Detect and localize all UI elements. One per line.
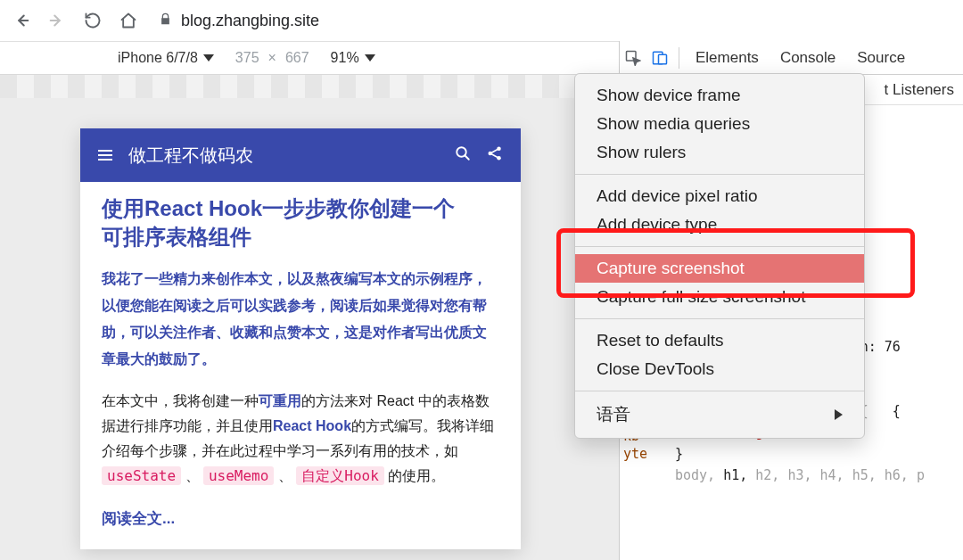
- home-button[interactable]: [118, 10, 139, 31]
- post-body: 在本文中，我将创建一种可重用的方法来对 React 中的表格数据进行排序功能，并…: [102, 389, 499, 489]
- post-intro: 我花了一些精力来创作本文，以及熬夜编写本文的示例程序，以便您能在阅读之后可以实践…: [102, 266, 499, 373]
- menu-show-media-queries[interactable]: Show media queries: [575, 110, 864, 138]
- menu-capture-screenshot[interactable]: Capture screenshot: [575, 254, 864, 283]
- inspect-element-button[interactable]: [620, 50, 646, 66]
- back-button[interactable]: [11, 10, 32, 31]
- device-viewport: 做工程不做码农 使用React Hook一步步教你创建一个 可排序表格组件 我花…: [0, 75, 619, 560]
- device-toolbar-menu: Show device frame Show media queries Sho…: [574, 73, 865, 439]
- lock-icon: [159, 12, 172, 29]
- post-title: 使用React Hook一步步教你创建一个 可排序表格组件: [102, 194, 499, 251]
- chevron-down-icon: [203, 54, 214, 62]
- menu-reset-to-defaults[interactable]: Reset to defaults: [575, 326, 864, 355]
- reload-button[interactable]: [82, 10, 103, 31]
- menu-voice[interactable]: 语音: [575, 399, 864, 431]
- menu-add-device-type[interactable]: Add device type: [575, 210, 864, 239]
- url-text: blog.zhangbing.site: [181, 12, 319, 30]
- forward-button[interactable]: [46, 10, 68, 31]
- devtools-tabbar: Elements Console Source: [620, 41, 963, 75]
- submenu-arrow-icon: [835, 405, 843, 424]
- viewport-ruler: [0, 75, 619, 98]
- device-label: iPhone 6/7/8: [118, 50, 198, 66]
- site-title: 做工程不做码农: [128, 144, 439, 168]
- viewport-height[interactable]: 667: [285, 50, 309, 66]
- subtab-event-listeners[interactable]: t Listeners: [885, 81, 954, 99]
- toggle-device-toolbar-button[interactable]: [646, 50, 673, 66]
- tab-console[interactable]: Console: [770, 41, 846, 74]
- tab-sources[interactable]: Source: [846, 41, 916, 74]
- viewport-width[interactable]: 375: [235, 50, 259, 66]
- menu-icon[interactable]: [98, 150, 112, 161]
- menu-add-device-pixel-ratio[interactable]: Add device pixel ratio: [575, 182, 864, 210]
- post-content: 使用React Hook一步步教你创建一个 可排序表格组件 我花了一些精力来创作…: [80, 182, 521, 549]
- address-bar[interactable]: blog.zhangbing.site: [159, 12, 319, 30]
- menu-capture-full-size-screenshot[interactable]: Capture full size screenshot: [575, 283, 864, 311]
- code-usestate: useState: [102, 466, 181, 485]
- site-header: 做工程不做码农: [80, 128, 521, 182]
- tab-elements[interactable]: Elements: [685, 41, 770, 74]
- menu-show-rulers[interactable]: Show rulers: [575, 138, 864, 167]
- browser-toolbar: blog.zhangbing.site: [0, 0, 963, 41]
- code-custom-hook: 自定义Hook: [296, 466, 384, 485]
- device-select[interactable]: iPhone 6/7/8: [107, 50, 225, 66]
- read-more-link[interactable]: 阅读全文...: [102, 506, 175, 531]
- chevron-down-icon: [365, 54, 375, 62]
- zoom-select[interactable]: 91%: [320, 50, 386, 66]
- svg-rect-7: [659, 54, 667, 64]
- phone-frame: 做工程不做码农 使用React Hook一步步教你创建一个 可排序表格组件 我花…: [80, 128, 521, 549]
- search-icon[interactable]: [455, 145, 471, 165]
- svg-line-9: [465, 155, 469, 160]
- share-icon[interactable]: [487, 145, 503, 165]
- menu-close-devtools[interactable]: Close DevTools: [575, 355, 864, 383]
- menu-show-device-frame[interactable]: Show device frame: [575, 81, 864, 110]
- zoom-label: 91%: [331, 50, 359, 66]
- link-react-hook[interactable]: React Hook: [273, 418, 351, 433]
- viewport-dims: 375 × 667: [225, 50, 320, 66]
- code-usememo: useMemo: [203, 466, 274, 485]
- separator: [679, 47, 679, 69]
- times-icon: ×: [268, 50, 276, 66]
- link-reuse[interactable]: 可重用: [259, 393, 301, 408]
